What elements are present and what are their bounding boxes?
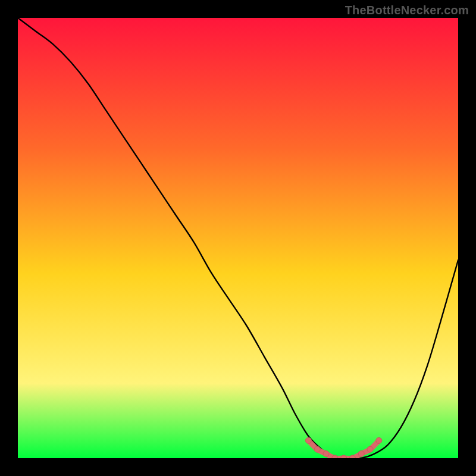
bottleneck-chart xyxy=(18,18,458,458)
chart-frame: TheBottleNecker.com xyxy=(0,0,476,476)
attribution-label: TheBottleNecker.com xyxy=(345,4,469,17)
gradient-background xyxy=(18,18,458,458)
optimal-point xyxy=(323,451,329,457)
optimal-point xyxy=(305,437,311,443)
optimal-point xyxy=(314,446,320,452)
optimal-point xyxy=(358,451,364,457)
optimal-point xyxy=(367,446,373,452)
plot-area xyxy=(18,18,458,458)
optimal-point xyxy=(376,437,382,443)
